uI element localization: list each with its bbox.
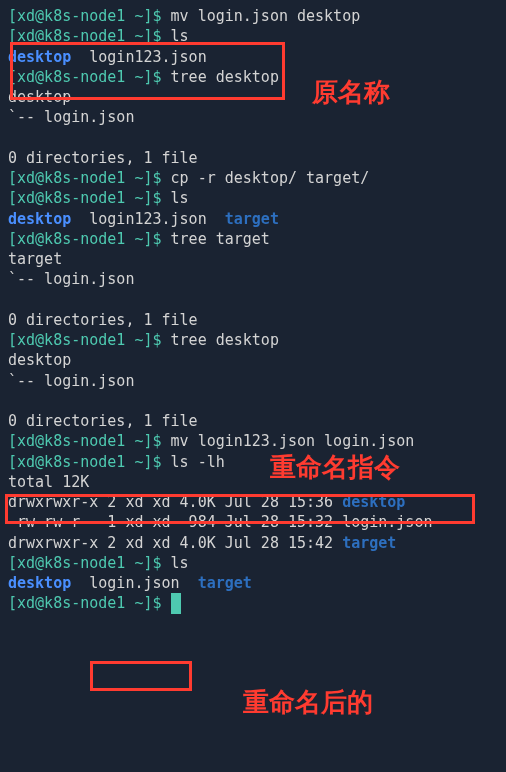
terminal-text [8, 129, 17, 147]
terminal-line [8, 391, 506, 411]
terminal-text: 0 directories, 1 file [8, 412, 198, 430]
terminal-text: drwxrwxr-x 2 xd xd 4.0K Jul 28 15:42 [8, 534, 342, 552]
terminal-line: [xd@k8s-node1 ~]$ cp -r desktop/ target/ [8, 168, 506, 188]
terminal-line: -rw-rw-r-- 1 xd xd 984 Jul 28 15:32 logi… [8, 512, 506, 532]
terminal-text: login123.json [71, 210, 225, 228]
terminal-line: 0 directories, 1 file [8, 310, 506, 330]
terminal-text: desktop [8, 88, 71, 106]
terminal-text: ls [171, 27, 189, 45]
terminal-line: [xd@k8s-node1 ~]$ tree desktop [8, 330, 506, 350]
terminal-text: desktop [8, 574, 71, 592]
terminal-text: desktop [8, 210, 71, 228]
terminal-line [8, 128, 506, 148]
terminal-output: [xd@k8s-node1 ~]$ mv login.json desktop[… [8, 6, 506, 614]
highlight-box-after-rename [90, 661, 192, 691]
terminal-line: desktop [8, 87, 506, 107]
terminal-line: [xd@k8s-node1 ~]$ mv login.json desktop [8, 6, 506, 26]
terminal-text: target [198, 574, 252, 592]
terminal-text: [xd@k8s-node1 ~]$ [8, 230, 171, 248]
terminal-text: `-- login.json [8, 372, 134, 390]
terminal-line: desktop login123.json [8, 47, 506, 67]
terminal-line: desktop [8, 350, 506, 370]
terminal-text: ls [171, 189, 189, 207]
terminal-text: [xd@k8s-node1 ~]$ [8, 453, 171, 471]
terminal-text [8, 392, 17, 410]
terminal-line: `-- login.json [8, 371, 506, 391]
terminal-line: 0 directories, 1 file [8, 148, 506, 168]
terminal-text [8, 291, 17, 309]
terminal-line: [xd@k8s-node1 ~]$ ls [8, 188, 506, 208]
terminal-line: `-- login.json [8, 107, 506, 127]
cursor-icon [171, 593, 181, 613]
terminal-text: target [8, 250, 62, 268]
terminal-text: mv login123.json login.json [171, 432, 415, 450]
terminal-text: tree desktop [171, 68, 279, 86]
terminal-line: 0 directories, 1 file [8, 411, 506, 431]
terminal-line: total 12K [8, 472, 506, 492]
terminal-text: [xd@k8s-node1 ~]$ [8, 594, 171, 612]
terminal-line: [xd@k8s-node1 ~]$ ls [8, 26, 506, 46]
terminal-line [8, 290, 506, 310]
terminal-text: [xd@k8s-node1 ~]$ [8, 169, 171, 187]
terminal-text: target [225, 210, 279, 228]
terminal-text: [xd@k8s-node1 ~]$ [8, 189, 171, 207]
terminal-text: 0 directories, 1 file [8, 149, 198, 167]
terminal-line: `-- login.json [8, 269, 506, 289]
terminal-text: total 12K [8, 473, 89, 491]
terminal-text: -rw-rw-r-- 1 xd xd 984 Jul 28 15:32 logi… [8, 513, 432, 531]
terminal-line: [xd@k8s-node1 ~]$ tree desktop [8, 67, 506, 87]
annotation-after-rename: 重命名后的 [243, 685, 373, 720]
terminal-text: ls -lh [171, 453, 225, 471]
terminal-text: login.json [71, 574, 197, 592]
terminal-text: [xd@k8s-node1 ~]$ [8, 27, 171, 45]
terminal-line: drwxrwxr-x 2 xd xd 4.0K Jul 28 15:36 des… [8, 492, 506, 512]
terminal-text: [xd@k8s-node1 ~]$ [8, 554, 171, 572]
terminal-text: target [342, 534, 396, 552]
terminal-text: mv login.json desktop [171, 7, 361, 25]
terminal-text: desktop [342, 493, 405, 511]
terminal-line: [xd@k8s-node1 ~]$ tree target [8, 229, 506, 249]
terminal-text: desktop [8, 351, 71, 369]
terminal-text: `-- login.json [8, 108, 134, 126]
terminal-text: desktop [8, 48, 71, 66]
terminal-text: drwxrwxr-x 2 xd xd 4.0K Jul 28 15:36 [8, 493, 342, 511]
terminal-line: desktop login123.json target [8, 209, 506, 229]
terminal-text: [xd@k8s-node1 ~]$ [8, 432, 171, 450]
terminal-line: desktop login.json target [8, 573, 506, 593]
terminal-line: drwxrwxr-x 2 xd xd 4.0K Jul 28 15:42 tar… [8, 533, 506, 553]
terminal-text: 0 directories, 1 file [8, 311, 198, 329]
terminal-text: [xd@k8s-node1 ~]$ [8, 331, 171, 349]
terminal-line: [xd@k8s-node1 ~]$ ls [8, 553, 506, 573]
terminal-text: [xd@k8s-node1 ~]$ [8, 7, 171, 25]
terminal-text: `-- login.json [8, 270, 134, 288]
terminal-text: login123.json [71, 48, 206, 66]
terminal-line: [xd@k8s-node1 ~]$ ls -lh [8, 452, 506, 472]
terminal-line: target [8, 249, 506, 269]
terminal-text: tree target [171, 230, 270, 248]
terminal-line: [xd@k8s-node1 ~]$ [8, 593, 506, 613]
terminal-text: ls [171, 554, 189, 572]
terminal-text: [xd@k8s-node1 ~]$ [8, 68, 171, 86]
terminal-line: [xd@k8s-node1 ~]$ mv login123.json login… [8, 431, 506, 451]
terminal-text: cp -r desktop/ target/ [171, 169, 370, 187]
terminal-text: tree desktop [171, 331, 279, 349]
